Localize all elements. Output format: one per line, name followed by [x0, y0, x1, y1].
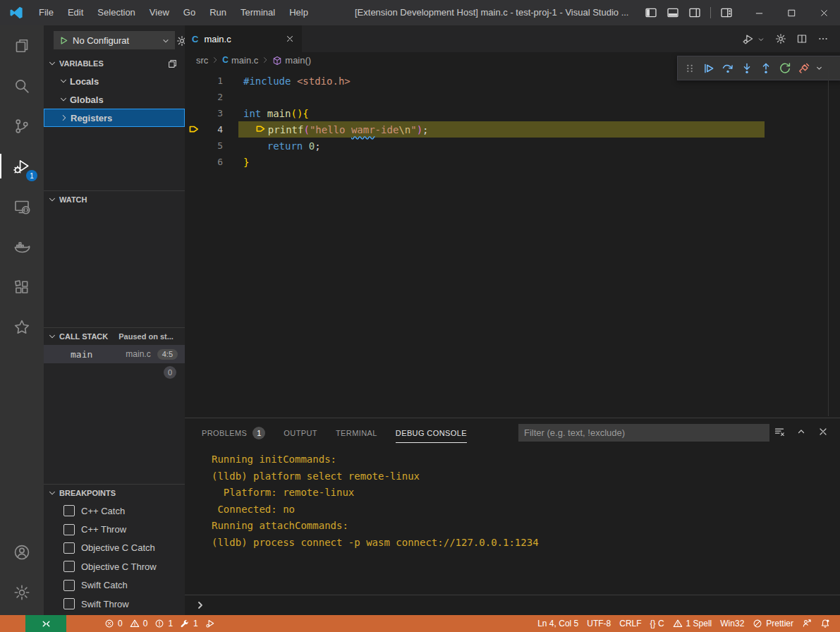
- breadcrumb-item[interactable]: src: [196, 55, 208, 66]
- menu-edit[interactable]: Edit: [61, 0, 90, 25]
- thread-row[interactable]: 0: [44, 363, 185, 382]
- code-line-6: 6}: [185, 154, 840, 170]
- toolbar-debug-step-over[interactable]: [718, 59, 737, 78]
- breadcrumb-item[interactable]: Cmain.c: [222, 55, 258, 66]
- toolbar-debug-step-out[interactable]: [756, 59, 775, 78]
- toolbar-chevron-down-small[interactable]: [813, 59, 824, 78]
- menu-go[interactable]: Go: [176, 0, 202, 25]
- menu-run[interactable]: Run: [202, 0, 233, 25]
- menu-selection[interactable]: Selection: [90, 0, 142, 25]
- info-circle-icon: [154, 619, 164, 628]
- checkbox[interactable]: [63, 561, 75, 572]
- status-infos[interactable]: 1: [153, 615, 174, 632]
- editor-action-ellipsis[interactable]: [817, 33, 829, 45]
- status-eol[interactable]: CRLF: [615, 615, 645, 632]
- toolbar-debug-restart[interactable]: [775, 59, 794, 78]
- status-toolchain[interactable]: 1: [178, 615, 200, 632]
- activity-docker[interactable]: [0, 226, 44, 267]
- toolbar-debug-continue[interactable]: [699, 59, 718, 78]
- panel-action-chevron-up[interactable]: [796, 425, 807, 437]
- activity-favorites[interactable]: [0, 307, 44, 347]
- status-quick-debug[interactable]: [204, 615, 217, 632]
- status-cursor-position[interactable]: Ln 4, Col 5: [533, 615, 583, 632]
- copy-icon[interactable]: [167, 59, 178, 69]
- variables-header[interactable]: VARIABLES: [44, 55, 185, 72]
- breakpoint-row[interactable]: C++ Catch: [44, 502, 185, 520]
- editor-action-split-editor[interactable]: [796, 33, 808, 45]
- launch-configuration-dropdown[interactable]: No Configurat: [54, 31, 175, 49]
- activity-extensions[interactable]: [0, 267, 44, 307]
- breakpoint-row[interactable]: C++ Throw: [44, 520, 185, 538]
- panel-tab-terminal[interactable]: TERMINAL: [336, 418, 377, 448]
- editor-action-chevron-down-small[interactable]: [757, 34, 765, 44]
- status-errors[interactable]: 0: [103, 615, 124, 632]
- start-debugging-icon[interactable]: [58, 35, 68, 46]
- panel-tab-output[interactable]: OUTPUT: [284, 418, 317, 448]
- checkbox[interactable]: [63, 505, 75, 516]
- activity-remote-explorer[interactable]: [0, 186, 44, 226]
- call-stack-header[interactable]: CALL STACK Paused on st...: [44, 328, 185, 345]
- console-filter-input[interactable]: [518, 424, 769, 442]
- menu-terminal[interactable]: Terminal: [233, 0, 282, 25]
- variables-item-globals[interactable]: Globals: [44, 90, 185, 109]
- breakpoint-row[interactable]: Swift Throw: [44, 595, 185, 613]
- editor-action-run-or-debug[interactable]: [743, 33, 754, 45]
- toolbar-debug-step-into[interactable]: [737, 59, 756, 78]
- layout-sidebar-right-button[interactable]: [688, 6, 701, 19]
- remote-indicator[interactable]: [25, 615, 66, 632]
- minimize-button[interactable]: [743, 0, 775, 25]
- close-button[interactable]: [808, 0, 840, 25]
- layout-panel-button[interactable]: [666, 6, 679, 19]
- chevron-down-icon: [47, 195, 57, 205]
- panel-action-close[interactable]: [817, 425, 829, 437]
- code-editor[interactable]: 1#include <stdio.h>23int main(){4 printf…: [185, 68, 840, 170]
- maximize-button[interactable]: [775, 0, 808, 25]
- debug-console-input[interactable]: [185, 595, 840, 615]
- checkbox[interactable]: [63, 598, 75, 609]
- toolbar-debug-disconnect[interactable]: [794, 59, 813, 78]
- status-feedback[interactable]: [798, 615, 816, 632]
- chevron-down-icon: [47, 195, 57, 205]
- checkbox[interactable]: [63, 580, 75, 591]
- breakpoint-row[interactable]: Swift Catch: [44, 576, 185, 595]
- gear-icon: [13, 584, 30, 601]
- activity-manage[interactable]: [0, 572, 44, 612]
- breadcrumb-item[interactable]: main(): [272, 54, 311, 66]
- variables-item-registers[interactable]: Registers: [44, 109, 185, 127]
- glyph-margin[interactable]: [185, 123, 205, 136]
- status-spell-checker[interactable]: 1 Spell: [669, 615, 717, 632]
- variables-item-locals[interactable]: Locals: [44, 72, 185, 90]
- panel-tab-problems[interactable]: PROBLEMS1: [202, 418, 265, 448]
- activity-search[interactable]: [0, 66, 44, 106]
- stack-frame-row[interactable]: main main.c 4:5: [44, 345, 185, 363]
- layout-customize-button[interactable]: [720, 6, 733, 19]
- status-encoding[interactable]: UTF-8: [583, 615, 615, 632]
- breakpoint-row[interactable]: Objective C Catch: [44, 539, 185, 557]
- tab-main-c[interactable]: C main.c: [185, 25, 302, 52]
- menu-help[interactable]: Help: [282, 0, 315, 25]
- code-line-content: int main(){: [223, 108, 309, 119]
- editor-action-gear[interactable]: [775, 33, 786, 45]
- breakpoints-header[interactable]: BREAKPOINTS: [44, 485, 185, 502]
- checkbox[interactable]: [63, 542, 75, 554]
- panel-tab-debug-console[interactable]: DEBUG CONSOLE: [396, 418, 467, 448]
- menu-file[interactable]: File: [32, 0, 61, 25]
- breakpoint-row[interactable]: Objective C Throw: [44, 557, 185, 576]
- status-warnings[interactable]: 0: [128, 615, 150, 632]
- activity-explorer[interactable]: [0, 25, 44, 66]
- status-notifications[interactable]: [816, 615, 834, 632]
- menu-view[interactable]: View: [142, 0, 176, 25]
- panel-action-clear-console[interactable]: [774, 425, 785, 437]
- open-launch-config-gear-icon[interactable]: [176, 35, 185, 47]
- activity-source-control[interactable]: [0, 106, 44, 146]
- close-tab-icon[interactable]: [285, 34, 295, 44]
- activity-accounts[interactable]: [0, 532, 44, 572]
- layout-sidebar-left-button[interactable]: [645, 6, 657, 19]
- watch-header[interactable]: WATCH: [44, 191, 185, 208]
- status-language-mode[interactable]: {} C: [646, 615, 669, 632]
- checkbox[interactable]: [63, 524, 75, 535]
- status-platform[interactable]: Win32: [716, 615, 748, 632]
- gripper-icon: [683, 62, 696, 75]
- status-prettier[interactable]: Prettier: [748, 615, 798, 632]
- activity-run-and-debug[interactable]: 1: [0, 146, 44, 186]
